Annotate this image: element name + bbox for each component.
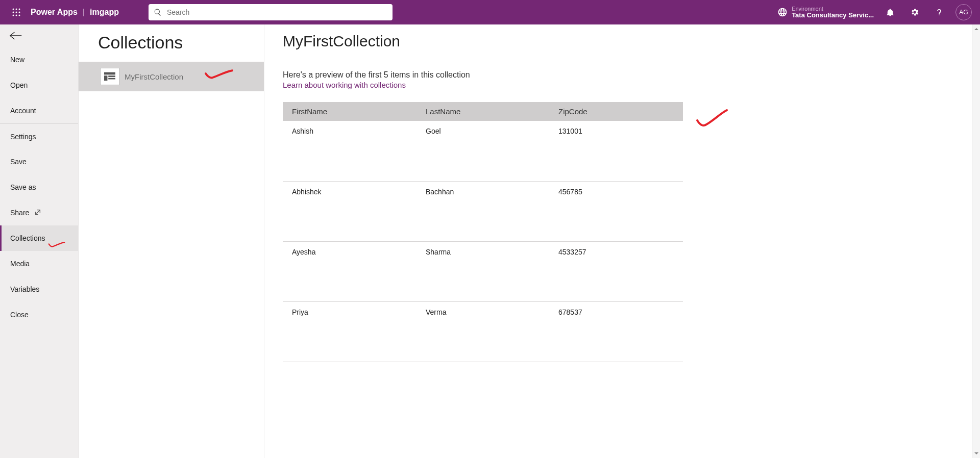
table-cell: Ayesha <box>283 241 416 301</box>
chevron-up-icon <box>974 27 979 32</box>
sidebar-item-share[interactable]: Share <box>0 200 78 225</box>
sidebar-item-label: Close <box>10 311 29 319</box>
svg-point-3 <box>13 12 14 13</box>
app-launcher-button[interactable] <box>4 0 29 24</box>
table-cell: Verma <box>416 301 549 362</box>
back-button[interactable] <box>0 24 78 47</box>
sidebar-item-label: Media <box>10 260 30 268</box>
sidebar-item-label: Settings <box>10 133 36 141</box>
help-icon <box>935 8 944 17</box>
svg-point-4 <box>16 12 17 13</box>
app-name-label: imgapp <box>90 8 119 17</box>
collection-item[interactable]: MyFirstCollection <box>79 62 264 91</box>
notifications-button[interactable] <box>878 0 902 24</box>
table-cell: 4533257 <box>549 241 683 301</box>
bell-icon <box>886 8 895 17</box>
waffle-icon <box>12 8 20 16</box>
search-box[interactable] <box>149 4 393 20</box>
table-row: AbhishekBachhan456785 <box>283 181 683 241</box>
table-row: PriyaVerma678537 <box>283 301 683 362</box>
table-cell: Sharma <box>416 241 549 301</box>
table-cell: Priya <box>283 301 416 362</box>
sidebar-item-label: Save <box>10 158 27 166</box>
svg-point-6 <box>13 15 14 16</box>
environment-icon <box>777 7 788 17</box>
svg-rect-12 <box>108 78 115 80</box>
sidebar-item-account[interactable]: Account <box>0 98 78 123</box>
sidebar-item-label: Open <box>10 81 28 89</box>
top-bar: Power Apps | imgapp Environment Tata Con… <box>0 0 980 24</box>
file-sidebar: NewOpenAccountSettingsSaveSave asShareCo… <box>0 24 79 458</box>
sidebar-item-collections[interactable]: Collections <box>0 225 78 251</box>
collection-item-label: MyFirstCollection <box>125 72 183 81</box>
page-title: Collections <box>79 24 264 62</box>
column-header: FirstName <box>283 102 416 121</box>
sidebar-item-label: Save as <box>10 183 36 191</box>
sidebar-item-open[interactable]: Open <box>0 72 78 98</box>
gear-icon <box>910 8 919 17</box>
table-cell: 131001 <box>549 121 683 181</box>
svg-point-8 <box>19 15 20 16</box>
environment-label: Environment <box>792 6 874 12</box>
svg-point-2 <box>19 9 20 10</box>
sidebar-item-label: Account <box>10 107 36 115</box>
user-avatar[interactable]: AG <box>955 4 972 20</box>
svg-rect-9 <box>104 72 115 75</box>
search-input[interactable] <box>167 8 387 16</box>
table-cell: Goel <box>416 121 549 181</box>
sidebar-item-label: Variables <box>10 285 39 293</box>
sidebar-item-settings[interactable]: Settings <box>0 123 78 149</box>
collection-preview-table: FirstNameLastNameZipCode AshishGoel13100… <box>283 102 683 362</box>
table-row: AshishGoel131001 <box>283 121 683 181</box>
svg-rect-11 <box>108 75 115 77</box>
svg-rect-10 <box>104 75 107 81</box>
scroll-up-button[interactable] <box>972 24 980 34</box>
settings-button[interactable] <box>902 0 927 24</box>
svg-point-1 <box>16 9 17 10</box>
sidebar-item-label: New <box>10 56 24 64</box>
brand-link[interactable]: Power Apps <box>29 8 78 17</box>
table-cell: Ashish <box>283 121 416 181</box>
svg-point-7 <box>16 15 17 16</box>
chevron-down-icon <box>974 451 979 456</box>
environment-picker[interactable]: Environment Tata Consultancy Servic... <box>773 6 878 19</box>
table-cell: 678537 <box>549 301 683 362</box>
learn-link[interactable]: Learn about working with collections <box>283 81 406 89</box>
sidebar-item-label: Collections <box>10 234 45 242</box>
column-header: ZipCode <box>549 102 683 121</box>
back-arrow-icon <box>9 30 22 41</box>
sidebar-item-variables[interactable]: Variables <box>0 276 78 302</box>
sidebar-item-new[interactable]: New <box>0 47 78 72</box>
brand-separator: | <box>78 8 90 17</box>
vertical-scrollbar[interactable] <box>972 24 980 458</box>
main-area: NewOpenAccountSettingsSaveSave asShareCo… <box>0 24 980 458</box>
sidebar-item-label: Share <box>10 209 29 217</box>
help-button[interactable] <box>927 0 951 24</box>
search-icon <box>154 8 162 16</box>
sidebar-item-save-as[interactable]: Save as <box>0 174 78 200</box>
collection-detail-panel: MyFirstCollection Here's a preview of th… <box>264 24 980 458</box>
environment-name: Tata Consultancy Servic... <box>792 12 874 19</box>
sidebar-item-save[interactable]: Save <box>0 149 78 174</box>
collections-list-panel: Collections MyFirstCollection <box>79 24 264 458</box>
column-header: LastName <box>416 102 549 121</box>
scroll-down-button[interactable] <box>972 449 980 458</box>
collection-title: MyFirstCollection <box>283 33 962 50</box>
external-link-icon <box>34 209 41 217</box>
table-row: AyeshaSharma4533257 <box>283 241 683 301</box>
sidebar-item-close[interactable]: Close <box>0 302 78 327</box>
svg-point-0 <box>13 9 14 10</box>
table-cell: Bachhan <box>416 181 549 241</box>
sidebar-item-media[interactable]: Media <box>0 251 78 276</box>
table-cell: Abhishek <box>283 181 416 241</box>
table-cell: 456785 <box>549 181 683 241</box>
preview-description: Here's a preview of the first 5 items in… <box>283 70 962 80</box>
collection-thumb-icon <box>100 68 119 85</box>
svg-point-5 <box>19 12 20 13</box>
